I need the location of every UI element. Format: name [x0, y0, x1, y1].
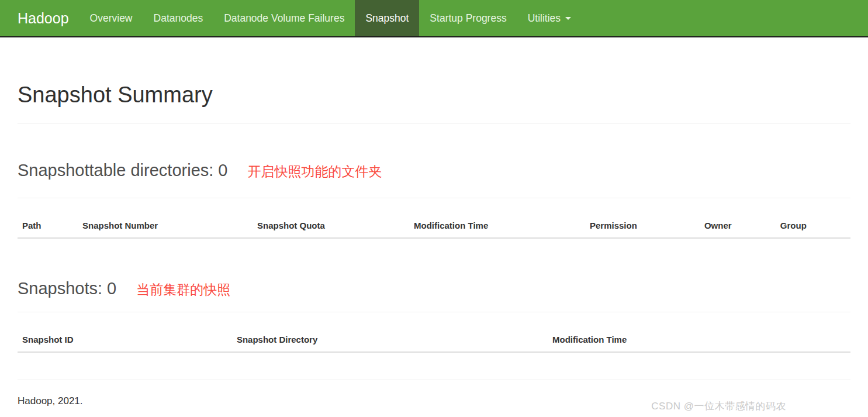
footer-divider	[18, 380, 850, 380]
footer: Hadoop, 2021. CSDN @一位木带感情的码农	[0, 395, 868, 413]
column-header-snapshot-number: Snapshot Number	[78, 198, 253, 238]
column-header-snapshot-directory: Snapshot Directory	[232, 312, 548, 352]
footer-text: Hadoop, 2021.	[18, 395, 83, 407]
snapshottable-directories-annotation: 开启快照功能的文件夹	[247, 164, 382, 179]
column-header-snapshot-id: Snapshot ID	[18, 312, 232, 352]
top-navbar: Hadoop Overview Datanodes Datanode Volum…	[0, 0, 868, 37]
snapshots-count: 0	[107, 279, 116, 298]
column-header-group: Group	[776, 198, 850, 238]
chevron-down-icon	[565, 17, 571, 20]
column-header-modification-time: Modification Time	[548, 312, 850, 352]
section-snapshots: Snapshots:0当前集群的快照 Snapshot ID Snapshot …	[18, 278, 850, 353]
snapshots-heading: Snapshots:0当前集群的快照	[18, 278, 850, 300]
table-header-row: Path Snapshot Number Snapshot Quota Modi…	[18, 198, 850, 238]
column-header-owner: Owner	[700, 198, 776, 238]
snapshots-annotation: 当前集群的快照	[136, 282, 230, 297]
main-content: Snapshot Summary Snapshottable directori…	[0, 81, 868, 353]
hadoop-brand-link[interactable]: Hadoop	[18, 0, 69, 36]
snapshots-table: Snapshot ID Snapshot Directory Modificat…	[18, 312, 850, 353]
nav-item-datanode-volume-failures[interactable]: Datanode Volume Failures	[213, 0, 355, 36]
table-header-row: Snapshot ID Snapshot Directory Modificat…	[18, 312, 850, 352]
column-header-snapshot-quota: Snapshot Quota	[253, 198, 409, 238]
nav-item-startup-progress[interactable]: Startup Progress	[419, 0, 517, 36]
section-snapshottable-directories: Snapshottable directories:0开启快照功能的文件夹 Pa…	[18, 160, 850, 239]
snapshottable-directories-label: Snapshottable directories:	[18, 161, 213, 180]
snapshottable-directories-heading: Snapshottable directories:0开启快照功能的文件夹	[18, 160, 850, 182]
nav-item-snapshot[interactable]: Snapshot	[355, 0, 419, 36]
snapshots-label: Snapshots:	[18, 279, 102, 298]
column-header-path: Path	[18, 198, 78, 238]
column-header-modification-time: Modification Time	[409, 198, 585, 238]
nav-item-overview[interactable]: Overview	[79, 0, 143, 36]
nav-item-utilities-label: Utilities	[528, 12, 561, 25]
snapshottable-directories-count: 0	[218, 161, 227, 180]
nav-item-utilities[interactable]: Utilities	[517, 0, 582, 36]
csdn-watermark: CSDN @一位木带感情的码农	[651, 399, 786, 413]
column-header-permission: Permission	[585, 198, 700, 238]
nav-item-datanodes[interactable]: Datanodes	[143, 0, 214, 36]
snapshottable-directories-table: Path Snapshot Number Snapshot Quota Modi…	[18, 198, 850, 239]
page-title: Snapshot Summary	[18, 81, 850, 123]
